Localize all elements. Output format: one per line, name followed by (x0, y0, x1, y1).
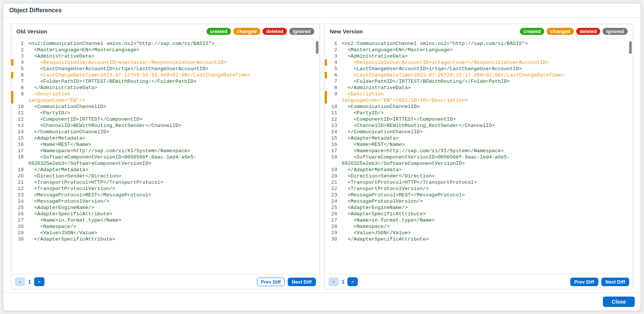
code-line: 9 <Description (11, 91, 320, 97)
old-next-page-button[interactable]: » (34, 277, 44, 286)
line-number: 4 (327, 59, 341, 66)
line-number: 2 (13, 47, 27, 53)
code-text: <CommunicationChannelID> (27, 104, 320, 110)
code-line: 21 <TransportProtocol>HTTP</TransportPro… (325, 179, 633, 186)
code-line: 18 <SoftwareComponentVersionID>0050568f-… (11, 154, 320, 160)
line-number: 24 (13, 198, 27, 205)
code-text: <Direction>Sender</Direction> (341, 173, 633, 179)
code-text: <Namespace/> (341, 223, 633, 230)
code-line: 18 <SoftwareComponentVersionID>0050568f-… (325, 154, 633, 160)
dialog-body: Old Version created changed deleted igno… (3, 18, 641, 292)
code-text: <TransportProtocolVersion/> (341, 186, 633, 192)
line-number: 15 (13, 135, 27, 141)
code-text: <MessageProtocol>REST</MessageProtocol> (341, 192, 633, 198)
line-number: 6 (327, 72, 341, 78)
code-line: 27 <Name>in.format.type</Name> (11, 217, 320, 223)
code-line: 10 <CommunicationChannelID> (325, 104, 633, 110)
new-code-viewer[interactable]: 1<ns2:CommunicationChannel xmlns:ns2="ht… (325, 39, 633, 274)
line-number: 30 (13, 236, 27, 242)
code-line: 8 </AdministrativeData> (11, 85, 320, 91)
old-prev-page-button[interactable]: « (15, 277, 25, 286)
new-pager: « 1 » (328, 277, 358, 286)
new-pane-title: New Version (330, 28, 363, 35)
line-number: 8 (13, 85, 27, 91)
line-number: 3 (327, 53, 341, 59)
new-next-page-button[interactable]: » (347, 277, 358, 286)
old-code-viewer[interactable]: 1<ns2:CommunicationChannel xmlns:ns2="ht… (11, 39, 320, 274)
code-text: 6926325e2eb3</SoftwareComponentVersionID… (341, 160, 633, 167)
line-number: 14 (327, 129, 341, 135)
line-number: 4 (13, 59, 27, 66)
badge-created: created (207, 28, 231, 35)
badge-changed: changed (546, 28, 574, 35)
code-line: 20 <Direction>Sender</Direction> (11, 173, 320, 179)
old-diff-nav: Prev Diff Next Diff (257, 278, 316, 286)
code-text: <ResponsibleUserAccountID>anastasia</Res… (27, 59, 320, 66)
scrollbar-thumb[interactable] (629, 41, 632, 54)
line-number: 5 (327, 66, 341, 72)
line-number: 20 (13, 173, 27, 179)
old-prev-diff-button[interactable]: Prev Diff (257, 278, 285, 286)
code-line: 7 <FolderPathID>/IRTTEST/BEWithRouting/<… (325, 78, 633, 85)
code-text: <ComponentID>IRTTEST</ComponentID> (341, 116, 633, 122)
code-line: 12 <ComponentID>IRTTEST</ComponentID> (325, 116, 633, 122)
new-prev-diff-button[interactable]: Prev Diff (570, 278, 598, 286)
code-text: <LastChangeUserAccountID>irtqa</LastChan… (27, 66, 320, 72)
code-text: </AdministrativeData> (27, 85, 320, 91)
code-line: 24 <MessageProtocolVersion/> (11, 198, 320, 205)
new-legend-badges: created changed deleted ignored (520, 28, 628, 35)
old-pager: « 1 » (15, 277, 44, 286)
code-text: <Namespace/> (27, 223, 320, 230)
line-number: 7 (13, 78, 27, 85)
new-pane-footer: « 1 » Prev Diff Next Diff (325, 274, 633, 289)
code-line: 16 <Name>REST</Name> (11, 141, 320, 148)
code-text: <FolderPathID>/IRTTEST/BEWithRouting/</F… (341, 78, 633, 85)
code-text: <Value>JSON</Value> (341, 230, 633, 236)
code-text: <Name>in.format.type</Name> (341, 217, 633, 223)
line-number: 10 (327, 104, 341, 110)
code-text: <MasterLanguage>EN</MasterLanguage> (341, 47, 633, 53)
line-number: 24 (327, 198, 341, 205)
code-line: 20 <Direction>Sender</Direction> (325, 173, 633, 179)
code-line: 11 <PartyID/> (325, 110, 633, 116)
code-line: 28 <Namespace/> (11, 223, 320, 230)
object-differences-dialog: Object Differences Old Version created c… (3, 3, 641, 311)
new-prev-page-button[interactable]: « (328, 277, 339, 286)
line-number: 22 (327, 186, 341, 192)
code-text: <AdapterEngineName/> (341, 205, 633, 211)
old-pane-header: Old Version created changed deleted igno… (11, 24, 320, 39)
code-line: 15 <AdapterMetadata> (11, 135, 320, 141)
old-next-diff-button[interactable]: Next Diff (288, 278, 316, 286)
code-text: <MessageProtocolVersion/> (27, 198, 320, 205)
code-text: <MasterLanguage>EN</MasterLanguage> (27, 47, 320, 53)
code-line: 5 <LastChangeUserAccountID>irtqa</LastCh… (325, 66, 633, 72)
line-number: 28 (327, 223, 341, 230)
code-line: 15 <AdapterMetadata> (325, 135, 633, 141)
code-line: 2 <MasterLanguage>EN</MasterLanguage> (11, 47, 320, 53)
line-number: 26 (13, 211, 27, 217)
code-text: <TransportProtocol>HTTP</TransportProtoc… (27, 179, 320, 186)
new-next-diff-button[interactable]: Next Diff (601, 278, 629, 286)
code-text: </AdapterMetadata> (27, 167, 320, 173)
code-line: 7 <FolderPathID>/IRTTEST/BEWithRouting/<… (11, 78, 320, 85)
code-line: 26 <AdapterSpecificAttribute> (325, 211, 633, 217)
code-text: </AdapterMetadata> (341, 167, 633, 173)
code-text: <Description (27, 91, 320, 97)
code-text: <AdapterSpecificAttribute> (341, 211, 633, 217)
code-line: 13 <ChannelID>BEWithRouting_RestSender</… (325, 122, 633, 129)
code-text: <ComponentID>IRTTEST</ComponentID> (27, 116, 320, 122)
scrollbar-thumb[interactable] (316, 41, 318, 54)
old-pane-footer: « 1 » Prev Diff Next Diff (11, 274, 320, 289)
close-button[interactable]: Close (603, 297, 635, 307)
line-number: 10 (13, 104, 27, 110)
code-text: <MessageProtocol>REST</MessageProtocol> (27, 192, 320, 198)
code-line: 12 <ComponentID>IRTTEST</ComponentID> (11, 116, 320, 122)
code-text: <PartyID/> (27, 110, 320, 116)
code-text: <ns2:CommunicationChannel xmlns:ns2="htt… (341, 40, 633, 47)
line-number: 30 (327, 236, 341, 242)
code-text: <MessageProtocolVersion/> (341, 198, 633, 205)
code-text: </AdapterSpecificAttribute> (27, 236, 320, 242)
code-text: <ChannelID>BEWithRouting_RestSender</Cha… (341, 122, 633, 129)
badge-created: created (520, 28, 544, 35)
line-number: 12 (13, 116, 27, 122)
